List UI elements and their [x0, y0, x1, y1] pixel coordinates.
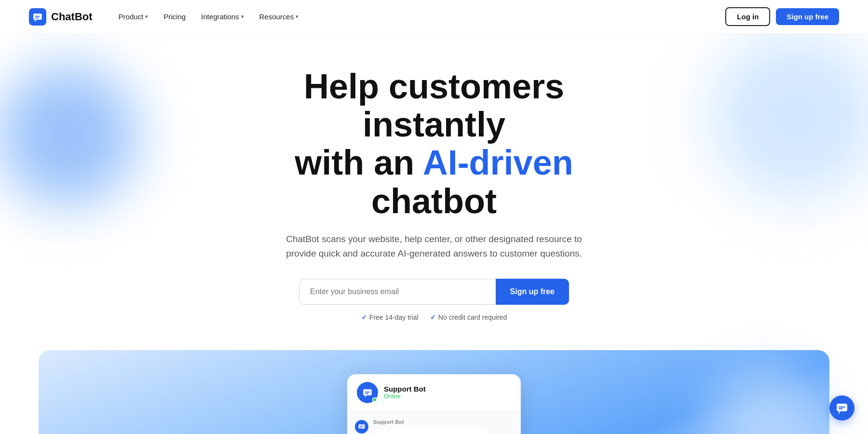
blob-left-decoration — [0, 53, 149, 217]
chat-message-content: Support Bot 👋 Welcome to Support Bot. I'… — [373, 419, 489, 434]
no-cc-badge: ✓ No credit card required — [430, 313, 507, 321]
navbar: ChatBot Product ▾ Pricing Integrations ▾… — [0, 0, 868, 34]
floating-chat-button[interactable] — [829, 395, 854, 420]
trial-badge: ✓ Free 14-day trial — [361, 313, 419, 321]
login-button[interactable]: Log in — [725, 7, 770, 26]
chat-header: Support Bot Online — [347, 374, 521, 411]
signup-hero-button[interactable]: Sign up free — [496, 279, 569, 305]
nav-integrations[interactable]: Integrations ▾ — [194, 9, 250, 25]
email-form: Sign up free — [299, 279, 569, 305]
blob-right-top-decoration — [694, 34, 868, 207]
chat-bubble: 👋 Welcome to Support Bot. I'm ChatBot, y… — [373, 427, 489, 434]
chat-widget: Support Bot Online Support Bot 👋 Welcome… — [347, 374, 521, 434]
hero-subtitle: ChatBot scans your website, help center,… — [280, 232, 588, 261]
check-icon-nocc: ✓ — [430, 313, 436, 321]
chat-bot-status: Online — [384, 393, 426, 400]
trust-badges: ✓ Free 14-day trial ✓ No credit card req… — [246, 313, 622, 321]
logo[interactable]: ChatBot — [29, 8, 93, 26]
logo-icon — [29, 8, 46, 26]
svg-rect-2 — [358, 424, 365, 428]
check-icon-trial: ✓ — [361, 313, 367, 321]
nav-product[interactable]: Product ▾ — [112, 9, 155, 25]
integrations-chevron-icon: ▾ — [241, 14, 244, 20]
hero-section: Help customers instantly with an AI-driv… — [0, 34, 868, 350]
navbar-left: ChatBot Product ▾ Pricing Integrations ▾… — [29, 8, 305, 26]
chat-bot-avatar — [357, 382, 378, 403]
hero-content: Help customers instantly with an AI-driv… — [246, 68, 622, 321]
blob-right-bottom-decoration — [680, 350, 849, 434]
svg-rect-3 — [837, 404, 847, 411]
navbar-right: Log in Sign up free — [725, 7, 839, 26]
hero-title: Help customers instantly with an AI-driv… — [246, 68, 622, 220]
chat-msg-avatar — [355, 420, 368, 434]
chat-bot-name: Support Bot — [384, 385, 426, 393]
chat-body: Support Bot 👋 Welcome to Support Bot. I'… — [347, 411, 521, 434]
email-input[interactable] — [299, 279, 496, 305]
logo-text: ChatBot — [51, 11, 93, 23]
online-status-dot — [372, 397, 377, 402]
chat-preview-section: Support Bot Online Support Bot 👋 Welcome… — [39, 350, 829, 434]
chat-msg-sender-label: Support Bot — [373, 419, 489, 425]
signup-nav-button[interactable]: Sign up free — [776, 8, 839, 25]
nav-links: Product ▾ Pricing Integrations ▾ Resourc… — [112, 9, 306, 25]
nav-pricing[interactable]: Pricing — [157, 9, 192, 25]
product-chevron-icon: ▾ — [145, 14, 148, 20]
chat-header-info: Support Bot Online — [384, 385, 426, 400]
nav-resources[interactable]: Resources ▾ — [253, 9, 306, 25]
chat-message-row: Support Bot 👋 Welcome to Support Bot. I'… — [355, 419, 513, 434]
resources-chevron-icon: ▾ — [296, 14, 298, 20]
